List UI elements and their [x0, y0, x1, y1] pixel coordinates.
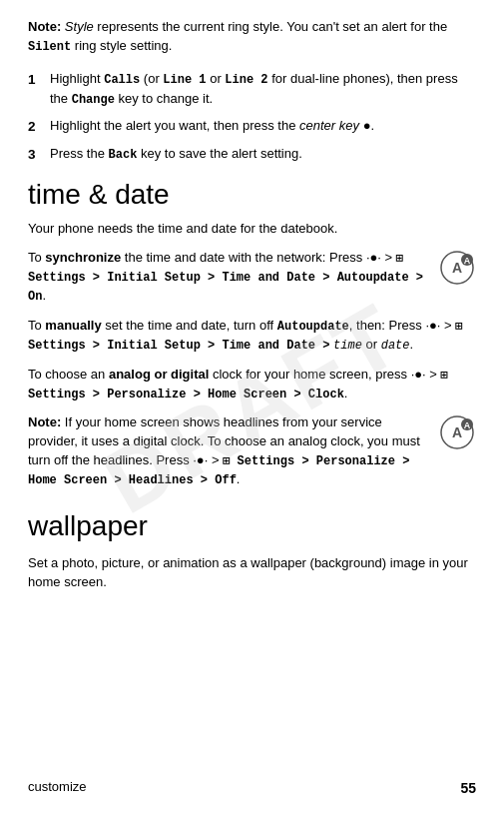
step-text-1: Highlight Calls (or Line 1 or Line 2 for… — [50, 70, 476, 109]
calls-keyword: Calls — [104, 73, 140, 87]
back-keyword: Back — [109, 148, 138, 162]
svg-text:A: A — [452, 424, 462, 440]
time-date-intro: Your phone needs the time and date for t… — [28, 220, 476, 239]
analog-digital-para: To choose an analog or digital clock for… — [28, 366, 476, 405]
time-word: time — [333, 339, 362, 353]
footer-page-number: 55 — [460, 778, 476, 798]
step-text-2: Highlight the alert you want, then press… — [50, 117, 476, 136]
footer-label: customize — [28, 778, 87, 797]
svg-text:A: A — [464, 256, 471, 266]
line1-keyword: Line 1 — [163, 73, 206, 87]
change-keyword: Change — [72, 93, 115, 107]
sync-para: To synchronize the time and date with th… — [28, 249, 430, 307]
date-word: date — [381, 339, 410, 353]
center-key-text: center key — [299, 118, 359, 133]
step-text-3: Press the Back key to save the alert set… — [50, 145, 476, 164]
sync-para-container: To synchronize the time and date with th… — [28, 249, 476, 307]
wallpaper-heading: wallpaper — [28, 506, 476, 547]
time-date-heading: time & date — [28, 178, 476, 212]
note2-icon: A A — [438, 413, 476, 451]
step-number-3: 3 — [28, 145, 50, 165]
silent-word: Silent — [28, 40, 71, 54]
wallpaper-para: Set a photo, picture, or animation as a … — [28, 554, 476, 592]
step-2: 2 Highlight the alert you want, then pre… — [28, 117, 476, 137]
note2-text: Note: If your home screen shows headline… — [28, 413, 430, 489]
note2-menu-path: ⊞ Settings > Personalize > Home Screen >… — [28, 454, 409, 487]
note2-label: Note: — [28, 414, 61, 429]
line2-keyword: Line 2 — [225, 73, 267, 87]
page-content: Note: Style represents the current ring … — [0, 0, 504, 662]
steps-list: 1 Highlight Calls (or Line 1 or Line 2 f… — [28, 70, 476, 164]
autoupdate-word: Autoupdate — [277, 320, 349, 334]
note2-container: Note: If your home screen shows headline… — [28, 413, 476, 489]
step-number-1: 1 — [28, 70, 50, 90]
svg-text:A: A — [452, 260, 462, 276]
sync-svg-icon: A A — [439, 250, 475, 286]
analog-menu-path: ⊞ Settings > Personalize > Home Screen >… — [28, 369, 448, 402]
manually-word: manually — [45, 318, 101, 333]
sync-icon: A A — [438, 249, 476, 287]
note-label-1: Note: — [28, 19, 61, 34]
synchronize-word: synchronize — [45, 250, 121, 265]
manual-para: To manually set the time and date, turn … — [28, 317, 476, 356]
svg-text:A: A — [464, 420, 471, 430]
note2-svg-icon: A A — [439, 414, 475, 450]
step-3: 3 Press the Back key to save the alert s… — [28, 145, 476, 165]
center-dot-symbol: ● — [363, 118, 371, 133]
analog-digital-word: analog or digital — [109, 367, 209, 382]
note-text-1: Note: Style represents the current ring … — [28, 18, 476, 56]
step-number-2: 2 — [28, 117, 50, 137]
style-word: Style — [65, 19, 94, 34]
step-1: 1 Highlight Calls (or Line 1 or Line 2 f… — [28, 70, 476, 109]
page-footer: customize 55 — [0, 778, 504, 798]
note-block-1: Note: Style represents the current ring … — [28, 18, 476, 56]
